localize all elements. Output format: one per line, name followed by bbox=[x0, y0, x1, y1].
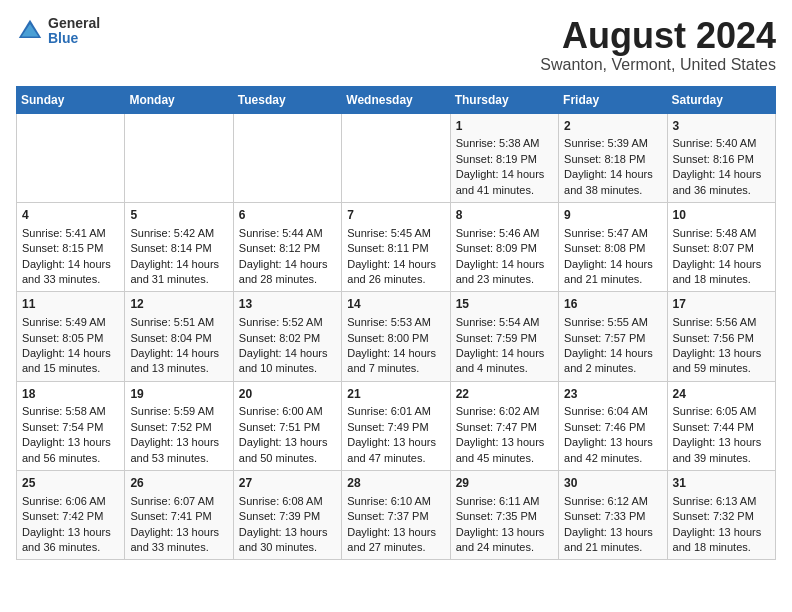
cell-text: and 4 minutes. bbox=[456, 361, 553, 376]
cell-text: Sunset: 8:15 PM bbox=[22, 241, 119, 256]
cell-text: Sunrise: 6:11 AM bbox=[456, 494, 553, 509]
cell-text: and 10 minutes. bbox=[239, 361, 336, 376]
calendar-cell: 6Sunrise: 5:44 AMSunset: 8:12 PMDaylight… bbox=[233, 202, 341, 291]
cell-text: Daylight: 13 hours bbox=[673, 435, 770, 450]
cell-text: Sunrise: 5:58 AM bbox=[22, 404, 119, 419]
calendar-cell bbox=[342, 113, 450, 202]
calendar-cell: 18Sunrise: 5:58 AMSunset: 7:54 PMDayligh… bbox=[17, 381, 125, 470]
calendar-cell: 31Sunrise: 6:13 AMSunset: 7:32 PMDayligh… bbox=[667, 471, 775, 560]
cell-text: Sunset: 7:46 PM bbox=[564, 420, 661, 435]
cell-text: and 45 minutes. bbox=[456, 451, 553, 466]
calendar-cell bbox=[17, 113, 125, 202]
cell-text: Sunrise: 5:51 AM bbox=[130, 315, 227, 330]
cell-text: Sunrise: 5:41 AM bbox=[22, 226, 119, 241]
calendar-cell: 21Sunrise: 6:01 AMSunset: 7:49 PMDayligh… bbox=[342, 381, 450, 470]
logo-general: General bbox=[48, 16, 100, 31]
calendar-cell: 11Sunrise: 5:49 AMSunset: 8:05 PMDayligh… bbox=[17, 292, 125, 381]
col-header-saturday: Saturday bbox=[667, 86, 775, 113]
calendar-cell: 2Sunrise: 5:39 AMSunset: 8:18 PMDaylight… bbox=[559, 113, 667, 202]
week-row-5: 25Sunrise: 6:06 AMSunset: 7:42 PMDayligh… bbox=[17, 471, 776, 560]
cell-text: Sunset: 8:14 PM bbox=[130, 241, 227, 256]
day-number: 16 bbox=[564, 296, 661, 313]
day-number: 17 bbox=[673, 296, 770, 313]
cell-text: Sunset: 8:12 PM bbox=[239, 241, 336, 256]
cell-text: Sunset: 7:39 PM bbox=[239, 509, 336, 524]
cell-text: Daylight: 13 hours bbox=[239, 525, 336, 540]
cell-text: Sunrise: 5:39 AM bbox=[564, 136, 661, 151]
cell-text: Daylight: 13 hours bbox=[347, 435, 444, 450]
cell-text: Daylight: 14 hours bbox=[22, 346, 119, 361]
day-number: 20 bbox=[239, 386, 336, 403]
calendar-cell: 8Sunrise: 5:46 AMSunset: 8:09 PMDaylight… bbox=[450, 202, 558, 291]
calendar-cell: 28Sunrise: 6:10 AMSunset: 7:37 PMDayligh… bbox=[342, 471, 450, 560]
cell-text: Sunset: 8:02 PM bbox=[239, 331, 336, 346]
cell-text: Sunrise: 6:01 AM bbox=[347, 404, 444, 419]
subtitle: Swanton, Vermont, United States bbox=[540, 56, 776, 74]
cell-text: Daylight: 14 hours bbox=[456, 346, 553, 361]
cell-text: Sunrise: 5:54 AM bbox=[456, 315, 553, 330]
calendar-cell: 24Sunrise: 6:05 AMSunset: 7:44 PMDayligh… bbox=[667, 381, 775, 470]
cell-text: Daylight: 14 hours bbox=[347, 257, 444, 272]
day-number: 27 bbox=[239, 475, 336, 492]
calendar-cell: 9Sunrise: 5:47 AMSunset: 8:08 PMDaylight… bbox=[559, 202, 667, 291]
cell-text: Daylight: 14 hours bbox=[456, 167, 553, 182]
cell-text: Sunset: 8:18 PM bbox=[564, 152, 661, 167]
cell-text: Sunset: 8:19 PM bbox=[456, 152, 553, 167]
cell-text: Sunset: 8:11 PM bbox=[347, 241, 444, 256]
calendar-table: SundayMondayTuesdayWednesdayThursdayFrid… bbox=[16, 86, 776, 561]
cell-text: and 33 minutes. bbox=[130, 540, 227, 555]
page-header: General Blue August 2024 Swanton, Vermon… bbox=[16, 16, 776, 74]
cell-text: Daylight: 14 hours bbox=[673, 257, 770, 272]
cell-text: and 53 minutes. bbox=[130, 451, 227, 466]
cell-text: Daylight: 14 hours bbox=[673, 167, 770, 182]
week-row-3: 11Sunrise: 5:49 AMSunset: 8:05 PMDayligh… bbox=[17, 292, 776, 381]
col-header-thursday: Thursday bbox=[450, 86, 558, 113]
cell-text: Sunrise: 5:55 AM bbox=[564, 315, 661, 330]
cell-text: Sunset: 7:44 PM bbox=[673, 420, 770, 435]
cell-text: Sunset: 7:51 PM bbox=[239, 420, 336, 435]
cell-text: Sunrise: 6:02 AM bbox=[456, 404, 553, 419]
cell-text: and 47 minutes. bbox=[347, 451, 444, 466]
calendar-cell: 17Sunrise: 5:56 AMSunset: 7:56 PMDayligh… bbox=[667, 292, 775, 381]
calendar-cell: 7Sunrise: 5:45 AMSunset: 8:11 PMDaylight… bbox=[342, 202, 450, 291]
calendar-cell: 13Sunrise: 5:52 AMSunset: 8:02 PMDayligh… bbox=[233, 292, 341, 381]
day-number: 30 bbox=[564, 475, 661, 492]
cell-text: Sunrise: 5:42 AM bbox=[130, 226, 227, 241]
col-header-friday: Friday bbox=[559, 86, 667, 113]
calendar-cell: 16Sunrise: 5:55 AMSunset: 7:57 PMDayligh… bbox=[559, 292, 667, 381]
cell-text: and 21 minutes. bbox=[564, 540, 661, 555]
day-number: 2 bbox=[564, 118, 661, 135]
col-header-wednesday: Wednesday bbox=[342, 86, 450, 113]
day-number: 11 bbox=[22, 296, 119, 313]
cell-text: and 42 minutes. bbox=[564, 451, 661, 466]
cell-text: Sunrise: 5:47 AM bbox=[564, 226, 661, 241]
cell-text: Sunset: 7:32 PM bbox=[673, 509, 770, 524]
day-number: 21 bbox=[347, 386, 444, 403]
calendar-cell: 22Sunrise: 6:02 AMSunset: 7:47 PMDayligh… bbox=[450, 381, 558, 470]
cell-text: and 15 minutes. bbox=[22, 361, 119, 376]
cell-text: Sunset: 8:16 PM bbox=[673, 152, 770, 167]
cell-text: Sunset: 7:56 PM bbox=[673, 331, 770, 346]
cell-text: Sunset: 8:07 PM bbox=[673, 241, 770, 256]
cell-text: Sunset: 7:37 PM bbox=[347, 509, 444, 524]
day-number: 4 bbox=[22, 207, 119, 224]
cell-text: Sunrise: 6:13 AM bbox=[673, 494, 770, 509]
cell-text: Sunrise: 6:00 AM bbox=[239, 404, 336, 419]
day-number: 24 bbox=[673, 386, 770, 403]
calendar-cell: 30Sunrise: 6:12 AMSunset: 7:33 PMDayligh… bbox=[559, 471, 667, 560]
cell-text: Sunset: 7:59 PM bbox=[456, 331, 553, 346]
cell-text: Sunrise: 5:46 AM bbox=[456, 226, 553, 241]
calendar-cell: 5Sunrise: 5:42 AMSunset: 8:14 PMDaylight… bbox=[125, 202, 233, 291]
cell-text: Sunset: 7:35 PM bbox=[456, 509, 553, 524]
cell-text: and 28 minutes. bbox=[239, 272, 336, 287]
cell-text: Daylight: 13 hours bbox=[456, 525, 553, 540]
title-area: August 2024 Swanton, Vermont, United Sta… bbox=[540, 16, 776, 74]
cell-text: and 24 minutes. bbox=[456, 540, 553, 555]
day-number: 5 bbox=[130, 207, 227, 224]
cell-text: and 50 minutes. bbox=[239, 451, 336, 466]
calendar-cell: 29Sunrise: 6:11 AMSunset: 7:35 PMDayligh… bbox=[450, 471, 558, 560]
cell-text: and 7 minutes. bbox=[347, 361, 444, 376]
day-number: 31 bbox=[673, 475, 770, 492]
cell-text: Sunset: 7:41 PM bbox=[130, 509, 227, 524]
logo: General Blue bbox=[16, 16, 100, 47]
